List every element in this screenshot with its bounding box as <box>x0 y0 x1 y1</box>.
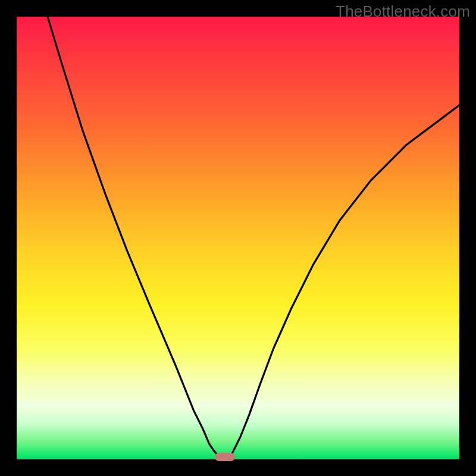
left-curve <box>48 17 220 459</box>
outer-frame: TheBottleneck.com <box>0 0 476 476</box>
min-marker <box>215 453 235 461</box>
right-curve <box>229 105 459 459</box>
curve-layer <box>17 17 459 459</box>
plot-area <box>17 17 459 459</box>
